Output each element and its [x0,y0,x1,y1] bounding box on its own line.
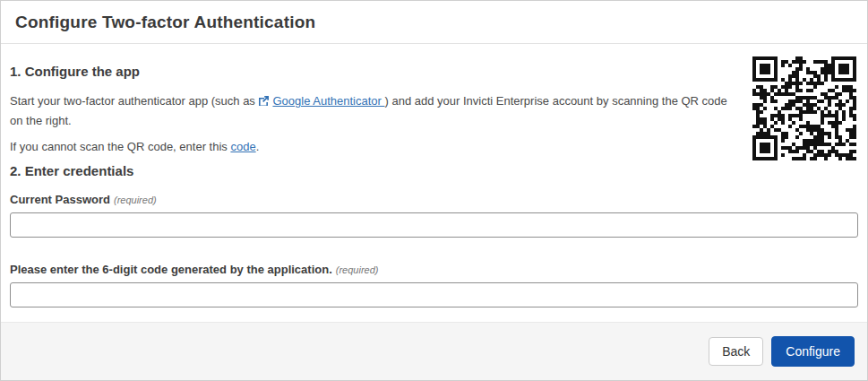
back-button[interactable]: Back [709,337,763,366]
current-password-required-note: (required) [114,195,157,205]
manual-code-link[interactable]: code [230,140,255,153]
panel-content: 1. Configure the app Start your two-fact… [1,44,867,322]
fallback-text-before-link: If you cannot scan the QR code, enter th… [10,140,230,153]
current-password-label: Current Password [10,193,110,206]
external-link-icon [258,94,270,112]
configure-button[interactable]: Configure [771,336,855,367]
two-factor-config-panel: Configure Two-factor Authentication 1. C… [0,0,868,381]
panel-header: Configure Two-factor Authentication [1,1,867,44]
otp-code-required-note: (required) [336,264,379,275]
step1-text-before-link: Start your two-factor authenticator app … [10,94,258,108]
qr-fallback-text: If you cannot scan the QR code, enter th… [10,138,743,156]
panel-footer: Back Configure [1,322,867,380]
otp-code-label-row: Please enter the 6-digit code generated … [10,261,858,278]
google-authenticator-link[interactable]: Google Authenticator [258,94,384,108]
otp-code-field-group: Please enter the 6-digit code generated … [10,261,858,307]
step1-heading: 1. Configure the app [10,63,858,81]
otp-code-label: Please enter the 6-digit code generated … [10,263,332,276]
otp-code-input[interactable] [10,282,858,307]
qr-code [752,56,856,160]
current-password-input[interactable] [10,212,858,238]
step1-instructions: Start your two-factor authenticator app … [10,92,743,130]
step2-heading: 2. Enter credentials [10,162,858,180]
google-authenticator-link-label: Google Authenticator [272,94,384,108]
fallback-text-after-link: . [256,140,260,153]
page-title: Configure Two-factor Authentication [15,13,315,32]
current-password-field-group: Current Password(required) [10,191,858,238]
current-password-label-row: Current Password(required) [10,191,858,208]
